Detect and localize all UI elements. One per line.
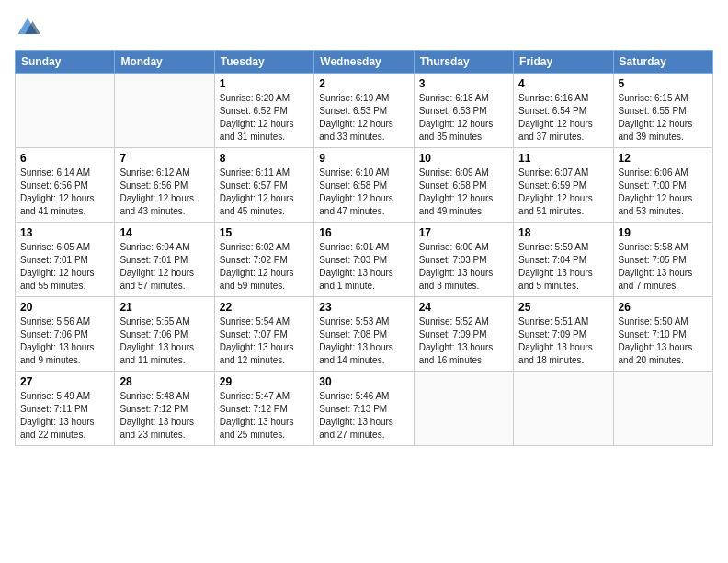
calendar-week-row: 6Sunrise: 6:14 AM Sunset: 6:56 PM Daylig… — [16, 148, 713, 223]
calendar-cell — [613, 372, 712, 446]
calendar-week-row: 20Sunrise: 5:56 AM Sunset: 7:06 PM Dayli… — [16, 297, 713, 372]
day-info: Sunrise: 6:14 AM Sunset: 6:56 PM Dayligh… — [20, 167, 109, 218]
calendar-cell: 16Sunrise: 6:01 AM Sunset: 7:03 PM Dayli… — [314, 223, 414, 297]
day-info: Sunrise: 5:49 AM Sunset: 7:11 PM Dayligh… — [20, 390, 109, 442]
day-number: 20 — [20, 301, 109, 314]
calendar-cell — [514, 372, 613, 446]
day-info: Sunrise: 5:53 AM Sunset: 7:08 PM Dayligh… — [319, 316, 408, 367]
day-info: Sunrise: 5:54 AM Sunset: 7:07 PM Dayligh… — [220, 316, 309, 367]
day-number: 3 — [419, 77, 508, 90]
calendar-dow-sunday: Sunday — [16, 51, 115, 74]
day-number: 4 — [518, 77, 608, 90]
day-number: 11 — [518, 152, 608, 165]
day-info: Sunrise: 6:18 AM Sunset: 6:53 PM Dayligh… — [419, 92, 508, 144]
day-info: Sunrise: 5:52 AM Sunset: 7:09 PM Dayligh… — [419, 316, 508, 367]
day-info: Sunrise: 6:01 AM Sunset: 7:03 PM Dayligh… — [319, 241, 408, 293]
calendar-cell: 29Sunrise: 5:47 AM Sunset: 7:12 PM Dayli… — [214, 372, 313, 446]
day-number: 12 — [619, 152, 708, 165]
day-number: 9 — [319, 152, 408, 165]
day-number: 8 — [220, 152, 309, 165]
day-info: Sunrise: 6:02 AM Sunset: 7:02 PM Dayligh… — [220, 241, 309, 293]
logo-icon — [15, 15, 40, 40]
day-info: Sunrise: 6:04 AM Sunset: 7:01 PM Dayligh… — [119, 241, 209, 293]
calendar-cell: 20Sunrise: 5:56 AM Sunset: 7:06 PM Dayli… — [16, 297, 115, 372]
day-info: Sunrise: 5:46 AM Sunset: 7:13 PM Dayligh… — [319, 390, 408, 442]
day-info: Sunrise: 6:12 AM Sunset: 6:56 PM Dayligh… — [119, 167, 209, 218]
calendar-dow-thursday: Thursday — [414, 51, 513, 74]
day-info: Sunrise: 5:50 AM Sunset: 7:10 PM Dayligh… — [619, 316, 708, 367]
day-number: 2 — [319, 77, 408, 90]
calendar-cell — [16, 74, 115, 148]
calendar-dow-monday: Monday — [115, 51, 214, 74]
calendar-cell: 3Sunrise: 6:18 AM Sunset: 6:53 PM Daylig… — [414, 74, 513, 148]
calendar-cell: 2Sunrise: 6:19 AM Sunset: 6:53 PM Daylig… — [314, 74, 414, 148]
calendar-dow-saturday: Saturday — [613, 51, 712, 74]
calendar-week-row: 1Sunrise: 6:20 AM Sunset: 6:52 PM Daylig… — [16, 74, 713, 148]
calendar-cell: 24Sunrise: 5:52 AM Sunset: 7:09 PM Dayli… — [414, 297, 513, 372]
day-info: Sunrise: 6:16 AM Sunset: 6:54 PM Dayligh… — [518, 92, 608, 144]
day-number: 18 — [518, 226, 608, 239]
calendar-dow-friday: Friday — [514, 51, 613, 74]
calendar-cell: 18Sunrise: 5:59 AM Sunset: 7:04 PM Dayli… — [514, 223, 613, 297]
calendar-cell: 6Sunrise: 6:14 AM Sunset: 6:56 PM Daylig… — [16, 148, 115, 223]
calendar-cell: 10Sunrise: 6:09 AM Sunset: 6:58 PM Dayli… — [414, 148, 513, 223]
calendar-dow-wednesday: Wednesday — [314, 51, 414, 74]
calendar-cell: 17Sunrise: 6:00 AM Sunset: 7:03 PM Dayli… — [414, 223, 513, 297]
day-number: 16 — [319, 226, 408, 239]
logo — [15, 15, 44, 40]
day-number: 17 — [419, 226, 508, 239]
day-number: 10 — [419, 152, 508, 165]
calendar-cell: 27Sunrise: 5:49 AM Sunset: 7:11 PM Dayli… — [16, 372, 115, 446]
day-info: Sunrise: 6:10 AM Sunset: 6:58 PM Dayligh… — [319, 167, 408, 218]
calendar-cell: 11Sunrise: 6:07 AM Sunset: 6:59 PM Dayli… — [514, 148, 613, 223]
day-number: 5 — [619, 77, 708, 90]
day-number: 24 — [419, 301, 508, 314]
calendar-cell: 19Sunrise: 5:58 AM Sunset: 7:05 PM Dayli… — [613, 223, 712, 297]
day-number: 28 — [119, 375, 209, 388]
calendar-cell: 4Sunrise: 6:16 AM Sunset: 6:54 PM Daylig… — [514, 74, 613, 148]
day-info: Sunrise: 5:51 AM Sunset: 7:09 PM Dayligh… — [518, 316, 608, 367]
calendar-cell — [414, 372, 513, 446]
day-number: 25 — [518, 301, 608, 314]
day-info: Sunrise: 6:19 AM Sunset: 6:53 PM Dayligh… — [319, 92, 408, 144]
calendar-cell: 23Sunrise: 5:53 AM Sunset: 7:08 PM Dayli… — [314, 297, 414, 372]
day-info: Sunrise: 6:05 AM Sunset: 7:01 PM Dayligh… — [20, 241, 109, 293]
page-header — [15, 15, 713, 40]
day-number: 15 — [220, 226, 309, 239]
day-info: Sunrise: 6:11 AM Sunset: 6:57 PM Dayligh… — [220, 167, 309, 218]
day-number: 26 — [619, 301, 708, 314]
calendar-cell: 7Sunrise: 6:12 AM Sunset: 6:56 PM Daylig… — [115, 148, 214, 223]
calendar-cell: 26Sunrise: 5:50 AM Sunset: 7:10 PM Dayli… — [613, 297, 712, 372]
calendar-week-row: 13Sunrise: 6:05 AM Sunset: 7:01 PM Dayli… — [16, 223, 713, 297]
day-info: Sunrise: 5:47 AM Sunset: 7:12 PM Dayligh… — [220, 390, 309, 442]
day-number: 21 — [119, 301, 209, 314]
calendar-cell: 30Sunrise: 5:46 AM Sunset: 7:13 PM Dayli… — [314, 372, 414, 446]
calendar-cell — [115, 74, 214, 148]
day-number: 6 — [20, 152, 109, 165]
day-number: 30 — [319, 375, 408, 388]
day-number: 19 — [619, 226, 708, 239]
day-info: Sunrise: 6:00 AM Sunset: 7:03 PM Dayligh… — [419, 241, 508, 293]
day-number: 29 — [220, 375, 309, 388]
calendar-cell: 14Sunrise: 6:04 AM Sunset: 7:01 PM Dayli… — [115, 223, 214, 297]
day-number: 23 — [319, 301, 408, 314]
day-info: Sunrise: 5:59 AM Sunset: 7:04 PM Dayligh… — [518, 241, 608, 293]
day-info: Sunrise: 6:15 AM Sunset: 6:55 PM Dayligh… — [619, 92, 708, 144]
calendar-cell: 13Sunrise: 6:05 AM Sunset: 7:01 PM Dayli… — [16, 223, 115, 297]
day-info: Sunrise: 6:07 AM Sunset: 6:59 PM Dayligh… — [518, 167, 608, 218]
calendar-cell: 5Sunrise: 6:15 AM Sunset: 6:55 PM Daylig… — [613, 74, 712, 148]
day-number: 7 — [119, 152, 209, 165]
calendar-cell: 9Sunrise: 6:10 AM Sunset: 6:58 PM Daylig… — [314, 148, 414, 223]
calendar-cell: 22Sunrise: 5:54 AM Sunset: 7:07 PM Dayli… — [214, 297, 313, 372]
day-info: Sunrise: 5:55 AM Sunset: 7:06 PM Dayligh… — [119, 316, 209, 367]
calendar-cell: 12Sunrise: 6:06 AM Sunset: 7:00 PM Dayli… — [613, 148, 712, 223]
day-number: 14 — [119, 226, 209, 239]
calendar-cell: 15Sunrise: 6:02 AM Sunset: 7:02 PM Dayli… — [214, 223, 313, 297]
calendar-cell: 28Sunrise: 5:48 AM Sunset: 7:12 PM Dayli… — [115, 372, 214, 446]
calendar-header-row: SundayMondayTuesdayWednesdayThursdayFrid… — [16, 51, 713, 74]
calendar-cell: 8Sunrise: 6:11 AM Sunset: 6:57 PM Daylig… — [214, 148, 313, 223]
calendar-cell: 1Sunrise: 6:20 AM Sunset: 6:52 PM Daylig… — [214, 74, 313, 148]
calendar-dow-tuesday: Tuesday — [214, 51, 313, 74]
day-number: 1 — [220, 77, 309, 90]
day-info: Sunrise: 6:09 AM Sunset: 6:58 PM Dayligh… — [419, 167, 508, 218]
